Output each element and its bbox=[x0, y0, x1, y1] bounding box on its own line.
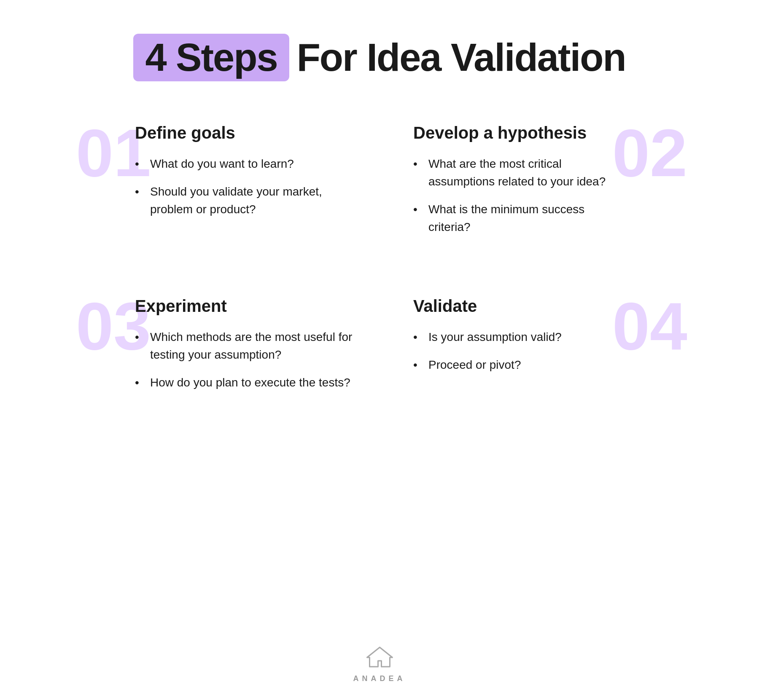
logo-text: ANADEA bbox=[353, 674, 406, 683]
step-04-title: Validate bbox=[413, 297, 624, 316]
list-item: Should you validate your market, problem… bbox=[135, 183, 354, 218]
step-02-title: Develop a hypothesis bbox=[413, 123, 624, 142]
list-item: What do you want to learn? bbox=[135, 155, 354, 173]
step-03-title: Experiment bbox=[135, 297, 354, 316]
list-item: Which methods are the most useful for te… bbox=[135, 328, 354, 364]
page-container: 4 Steps For Idea Validation 01 Define go… bbox=[0, 0, 759, 700]
step-04-content: Validate Is your assumption valid? Proce… bbox=[413, 297, 624, 374]
logo-icon bbox=[363, 644, 396, 669]
step-01-title: Define goals bbox=[135, 123, 354, 142]
list-item: What is the minimum success criteria? bbox=[413, 201, 624, 236]
list-item: Is your assumption valid? bbox=[413, 328, 624, 346]
step-01-block: 01 Define goals What do you want to lear… bbox=[84, 115, 380, 255]
content-grid: 01 Define goals What do you want to lear… bbox=[84, 115, 675, 410]
step-04-list: Is your assumption valid? Proceed or piv… bbox=[413, 328, 624, 374]
step-02-content: Develop a hypothesis What are the most c… bbox=[413, 123, 624, 236]
step-01-list: What do you want to learn? Should you va… bbox=[135, 155, 354, 218]
title-section: 4 Steps For Idea Validation bbox=[0, 0, 759, 81]
logo-section: ANADEA bbox=[353, 644, 406, 683]
step-02-list: What are the most critical assumptions r… bbox=[413, 155, 624, 236]
step-04-block: 04 Validate Is your assumption valid? Pr… bbox=[380, 288, 675, 410]
svg-marker-0 bbox=[367, 647, 392, 667]
step-03-list: Which methods are the most useful for te… bbox=[135, 328, 354, 392]
list-item: How do you plan to execute the tests? bbox=[135, 374, 354, 392]
title-highlight: 4 Steps bbox=[133, 34, 289, 81]
list-item: What are the most critical assumptions r… bbox=[413, 155, 624, 190]
step-01-content: Define goals What do you want to learn? … bbox=[135, 123, 354, 218]
step-02-block: 02 Develop a hypothesis What are the mos… bbox=[380, 115, 675, 255]
step-03-block: 03 Experiment Which methods are the most… bbox=[84, 288, 380, 410]
main-title: 4 Steps For Idea Validation bbox=[133, 34, 625, 81]
title-rest: For Idea Validation bbox=[297, 35, 626, 80]
step-03-content: Experiment Which methods are the most us… bbox=[135, 297, 354, 392]
list-item: Proceed or pivot? bbox=[413, 356, 624, 374]
